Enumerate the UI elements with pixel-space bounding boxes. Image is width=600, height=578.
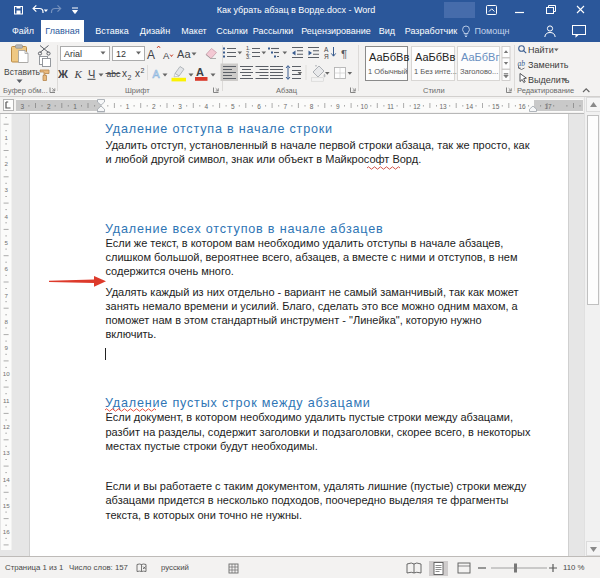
- svg-text:13: 13: [3, 449, 10, 456]
- svg-text:А: А: [153, 68, 160, 80]
- svg-text:12: 12: [413, 103, 421, 110]
- svg-text:А: А: [163, 50, 170, 61]
- svg-text:Ч: Ч: [88, 68, 95, 80]
- svg-text:9: 9: [4, 344, 8, 351]
- svg-text:6: 6: [4, 265, 8, 272]
- svg-text:14: 14: [466, 103, 474, 110]
- svg-text:2: 2: [47, 103, 51, 110]
- svg-text:А: А: [196, 66, 204, 78]
- svg-text:10: 10: [3, 370, 10, 377]
- svg-text:2: 2: [4, 160, 8, 167]
- svg-text:¶: ¶: [341, 48, 347, 60]
- svg-text:1: 1: [4, 134, 8, 141]
- svg-text:x: x: [135, 68, 140, 79]
- svg-text:Аа: Аа: [177, 48, 191, 60]
- svg-text:1: 1: [73, 103, 77, 110]
- svg-text:10: 10: [361, 103, 369, 110]
- svg-text:2: 2: [152, 103, 156, 110]
- svg-text:16: 16: [518, 103, 526, 110]
- svg-text:14: 14: [3, 476, 10, 483]
- svg-text:5: 5: [231, 103, 235, 110]
- svg-text:15: 15: [492, 103, 500, 110]
- svg-text:А: А: [147, 48, 155, 62]
- svg-text:3.: 3.: [246, 54, 251, 60]
- svg-text:16: 16: [3, 528, 10, 535]
- svg-text:12: 12: [3, 423, 10, 430]
- svg-text:x: x: [122, 68, 127, 79]
- svg-text:11: 11: [3, 397, 10, 404]
- svg-text:3: 3: [21, 103, 25, 110]
- svg-text:Ж: Ж: [57, 68, 68, 80]
- svg-text:7: 7: [283, 103, 287, 110]
- svg-text:3: 3: [4, 186, 8, 193]
- svg-text:13: 13: [439, 103, 447, 110]
- svg-text:А: А: [324, 46, 329, 53]
- svg-text:8: 8: [4, 318, 8, 325]
- svg-text:15: 15: [3, 502, 10, 509]
- svg-text:11: 11: [387, 103, 394, 110]
- svg-text:2: 2: [128, 74, 132, 81]
- svg-text:6: 6: [257, 103, 261, 110]
- svg-text:8: 8: [310, 103, 314, 110]
- svg-text:К: К: [74, 68, 83, 80]
- svg-text:1: 1: [126, 103, 130, 110]
- svg-text:9: 9: [336, 103, 340, 110]
- svg-text:4: 4: [205, 103, 209, 110]
- svg-text:2: 2: [141, 67, 145, 74]
- svg-text:3: 3: [178, 103, 182, 110]
- svg-text:7: 7: [4, 292, 8, 299]
- svg-text:5: 5: [4, 239, 8, 246]
- svg-text:Я: Я: [324, 53, 329, 60]
- svg-text:17: 17: [544, 103, 552, 110]
- svg-text:4: 4: [4, 213, 8, 220]
